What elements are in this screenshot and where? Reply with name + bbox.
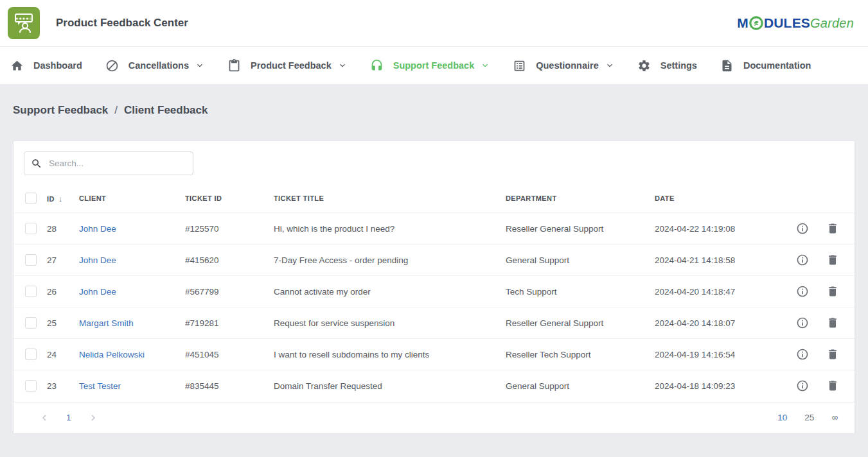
page-size-all[interactable]: ∞ (831, 413, 838, 422)
feedback-table-card: ID↓ CLIENT TICKET ID TICKET TITLE DEPART… (13, 141, 855, 434)
page-number[interactable]: 1 (66, 413, 71, 422)
nav-item-cancellations[interactable]: Cancellations (105, 59, 204, 73)
column-header-department[interactable]: DEPARTMENT (506, 184, 655, 213)
nav-item-questionnaire[interactable]: Questionnaire (513, 59, 614, 73)
table-row: 27 John Dee #415620 7-Day Free Access - … (13, 245, 855, 276)
modulesgarden-logo: M DULES Garden (737, 15, 854, 31)
breadcrumb-parent[interactable]: Support Feedback (13, 104, 108, 116)
clipboard-icon (227, 59, 241, 73)
row-checkbox[interactable] (25, 254, 37, 266)
breadcrumb-separator: / (114, 104, 118, 116)
select-all-checkbox[interactable] (25, 193, 37, 204)
column-header-ticket-id[interactable]: TICKET ID (185, 184, 274, 213)
cell-department: Reseller General Support (506, 213, 655, 245)
info-icon[interactable] (796, 348, 809, 361)
next-page-icon[interactable] (88, 413, 98, 423)
cell-date: 2024-04-20 14:18:47 (655, 276, 793, 307)
prev-page-icon[interactable] (39, 413, 49, 423)
cell-id: 26 (47, 276, 79, 307)
client-link[interactable]: John Dee (79, 287, 116, 297)
client-link[interactable]: Test Tester (79, 381, 121, 391)
cell-ticket-title: Cannot activate my order (274, 276, 506, 307)
search-input[interactable] (49, 159, 186, 168)
table-row: 25 Margart Smith #719281 Request for ser… (13, 307, 855, 339)
info-icon[interactable] (796, 316, 809, 329)
search-icon (31, 158, 42, 169)
block-icon (105, 59, 119, 73)
nav-item-product-feedback[interactable]: Product Feedback (227, 59, 347, 73)
info-icon[interactable] (796, 379, 809, 392)
cell-date: 2024-04-18 14:09:23 (655, 370, 793, 402)
breadcrumb-current: Client Feedback (124, 104, 208, 116)
delete-icon[interactable] (826, 316, 839, 329)
client-link[interactable]: Margart Smith (79, 318, 134, 328)
table-row: 23 Test Tester #835445 Domain Transfer R… (13, 370, 855, 402)
nav-item-dashboard[interactable]: Dashboard (10, 59, 82, 73)
cell-ticket-title: Domain Transfer Requested (274, 370, 506, 402)
cell-ticket-id: #451045 (185, 339, 274, 370)
cell-ticket-id: #125570 (185, 213, 274, 245)
pagination-bar: 1 10 25 ∞ (13, 402, 855, 433)
page-size-25[interactable]: 25 (804, 413, 814, 422)
document-icon (720, 59, 734, 73)
column-header-date[interactable]: DATE (655, 184, 793, 213)
cell-ticket-title: I want to resell subdomains to my client… (274, 339, 506, 370)
chevron-down-icon (481, 61, 490, 70)
row-checkbox[interactable] (25, 317, 37, 329)
cell-id: 27 (47, 245, 79, 276)
cell-ticket-id: #835445 (185, 370, 274, 402)
cell-department: Reseller General Support (506, 307, 655, 339)
headset-icon (370, 59, 384, 73)
page-size-10[interactable]: 10 (777, 413, 787, 422)
chevron-down-icon (338, 61, 347, 70)
client-link[interactable]: John Dee (79, 224, 116, 234)
svg-text:★★★★☆: ★★★★☆ (15, 17, 33, 21)
chevron-down-icon (195, 61, 204, 70)
brand-m: M (737, 15, 748, 31)
column-header-actions (793, 184, 855, 213)
client-link[interactable]: Nelida Pelkowski (79, 350, 145, 359)
cell-ticket-title: Hi, which is the product I need? (274, 213, 506, 245)
table-header-row: ID↓ CLIENT TICKET ID TICKET TITLE DEPART… (13, 184, 855, 213)
info-icon[interactable] (796, 222, 809, 235)
gear-icon (637, 59, 651, 73)
brand-dules: DULES (764, 15, 810, 31)
table-row: 24 Nelida Pelkowski #451045 I want to re… (13, 339, 855, 370)
app-header: ★★★★☆ Product Feedback Center M DULES Ga… (0, 0, 868, 46)
client-link[interactable]: John Dee (79, 255, 116, 265)
row-checkbox[interactable] (25, 223, 37, 234)
page-content: Support Feedback/Client Feedback ID↓ CLI… (0, 84, 868, 434)
table-body: 28 John Dee #125570 Hi, which is the pro… (13, 213, 855, 402)
cell-ticket-id: #415620 (185, 245, 274, 276)
cell-ticket-title: 7-Day Free Access - order pending (274, 245, 506, 276)
cell-date: 2024-04-21 14:18:58 (655, 245, 793, 276)
row-checkbox[interactable] (25, 380, 37, 392)
row-checkbox[interactable] (25, 286, 37, 297)
column-header-id[interactable]: ID↓ (47, 184, 79, 213)
delete-icon[interactable] (826, 348, 839, 361)
cell-department: General Support (506, 370, 655, 402)
breadcrumb: Support Feedback/Client Feedback (13, 84, 855, 141)
cell-id: 24 (47, 339, 79, 370)
delete-icon[interactable] (826, 254, 839, 266)
cell-date: 2024-04-19 14:16:54 (655, 339, 793, 370)
cell-id: 25 (47, 307, 79, 339)
nav-item-settings[interactable]: Settings (637, 59, 697, 73)
column-header-ticket-title[interactable]: TICKET TITLE (274, 184, 506, 213)
info-icon[interactable] (796, 285, 809, 298)
delete-icon[interactable] (826, 222, 839, 235)
nav-item-support-feedback[interactable]: Support Feedback (370, 59, 490, 73)
table-row: 28 John Dee #125570 Hi, which is the pro… (13, 213, 855, 245)
home-icon (10, 59, 24, 73)
info-icon[interactable] (796, 254, 809, 266)
row-checkbox[interactable] (25, 349, 37, 360)
cell-ticket-title: Request for service suspension (274, 307, 506, 339)
delete-icon[interactable] (826, 285, 839, 298)
cell-department: General Support (506, 245, 655, 276)
column-header-client[interactable]: CLIENT (79, 184, 185, 213)
cell-id: 23 (47, 370, 79, 402)
page-title: Product Feedback Center (56, 17, 188, 30)
cell-ticket-id: #567799 (185, 276, 274, 307)
delete-icon[interactable] (826, 379, 839, 392)
nav-item-documentation[interactable]: Documentation (720, 59, 811, 73)
